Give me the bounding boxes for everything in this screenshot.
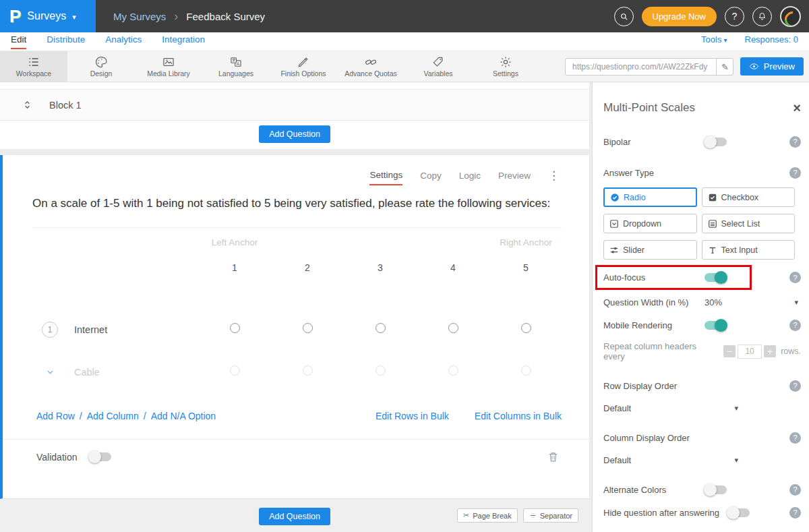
notifications-bell-icon[interactable]: [752, 7, 772, 26]
plus-icon[interactable]: +: [764, 345, 776, 357]
add-na-option-link[interactable]: Add N/A Option: [151, 411, 216, 421]
left-anchor-label[interactable]: Left Anchor: [198, 237, 271, 247]
column-display-order-select[interactable]: Default ▾: [603, 455, 738, 465]
question-tab-logic[interactable]: Logic: [459, 171, 481, 185]
question-tab-preview[interactable]: Preview: [498, 171, 531, 185]
auto-focus-toggle[interactable]: [705, 273, 727, 282]
survey-url-input[interactable]: [565, 58, 733, 76]
tool-variables[interactable]: Variables: [404, 51, 472, 82]
column-header[interactable]: 2: [271, 262, 344, 273]
collapse-block-icon[interactable]: [22, 99, 33, 111]
edit-rows-in-bulk-link[interactable]: Edit Rows in Bulk: [376, 411, 449, 421]
hide-after-answering-toggle[interactable]: [727, 508, 750, 517]
help-icon[interactable]: ?: [789, 380, 801, 392]
radio-option[interactable]: [230, 365, 240, 376]
bipolar-toggle[interactable]: [705, 138, 727, 146]
mobile-rendering-toggle[interactable]: [705, 321, 727, 330]
kebab-menu-icon[interactable]: ⋮: [548, 169, 560, 187]
tab-edit[interactable]: Edit: [11, 34, 26, 49]
help-icon[interactable]: ?: [725, 7, 744, 26]
page-break-button[interactable]: ✂ Page Break: [457, 508, 518, 523]
help-icon[interactable]: ?: [789, 507, 801, 519]
question-tab-copy[interactable]: Copy: [420, 171, 442, 185]
validation-label: Validation: [36, 452, 77, 463]
repeat-headers-input[interactable]: [738, 345, 762, 359]
validation-row: Validation: [3, 439, 589, 463]
column-header[interactable]: 5: [489, 262, 562, 273]
radio-option[interactable]: [376, 365, 386, 376]
preview-button[interactable]: Preview: [740, 57, 804, 76]
delete-question-trash-icon[interactable]: [547, 450, 560, 463]
answer-type-radio[interactable]: Radio: [603, 187, 697, 207]
tab-distribute[interactable]: Distribute: [47, 34, 85, 49]
answer-type-checkbox[interactable]: Checkbox: [702, 187, 796, 207]
tool-media-library[interactable]: Media Library: [135, 51, 202, 82]
alternate-colors-toggle[interactable]: [705, 485, 727, 494]
column-header[interactable]: 1: [198, 262, 271, 273]
help-icon[interactable]: ?: [789, 432, 801, 444]
validation-toggle[interactable]: [89, 452, 111, 461]
help-icon[interactable]: ?: [789, 484, 801, 496]
row-label[interactable]: Internet: [74, 324, 107, 335]
column-header[interactable]: 4: [417, 262, 489, 273]
question-tab-settings[interactable]: Settings: [369, 170, 402, 185]
upgrade-now-button[interactable]: Upgrade Now: [642, 7, 717, 26]
column-header[interactable]: 3: [344, 262, 417, 273]
surveys-menu[interactable]: P Surveys ▾: [0, 0, 96, 32]
radio-option[interactable]: [376, 323, 386, 333]
search-icon[interactable]: [614, 7, 634, 26]
tool-advance-quotas[interactable]: Advance Quotas: [337, 51, 404, 82]
slash-separator: /: [144, 411, 146, 421]
tab-integration[interactable]: Integration: [162, 34, 205, 49]
question-text[interactable]: On a scale of 1-5 with 1 being not satis…: [32, 195, 562, 228]
help-icon[interactable]: ?: [789, 320, 801, 331]
edit-columns-in-bulk-link[interactable]: Edit Columns in Bulk: [475, 411, 562, 421]
annotation-highlight-box: Auto-focus: [595, 265, 752, 290]
radio-option[interactable]: [521, 323, 531, 333]
column-headers-row: 1 2 3 4 5: [32, 262, 589, 273]
radio-option[interactable]: [303, 365, 313, 376]
add-question-button-bottom[interactable]: Add Question: [259, 508, 330, 525]
tools-menu[interactable]: Tools▾: [701, 34, 727, 45]
add-column-link[interactable]: Add Column: [87, 411, 139, 421]
topbar-actions: Upgrade Now ?: [614, 6, 809, 27]
radio-option[interactable]: [521, 365, 531, 376]
answer-type-dropdown[interactable]: Dropdown: [603, 214, 697, 233]
radio-option[interactable]: [448, 323, 458, 333]
row-display-order-value: Default: [603, 403, 631, 413]
help-icon[interactable]: ?: [789, 272, 801, 283]
tool-languages[interactable]: A Languages: [202, 51, 270, 82]
tab-analytics[interactable]: Analytics: [105, 34, 142, 49]
answer-type-text-input[interactable]: Text Input: [702, 240, 796, 260]
help-icon[interactable]: ?: [789, 136, 801, 148]
question-card-tabs: Settings Copy Logic Preview ⋮: [3, 155, 589, 187]
avatar[interactable]: [780, 6, 801, 27]
separator-button[interactable]: Separator: [523, 508, 578, 523]
chevron-down-icon: ▾: [734, 404, 738, 413]
row-label[interactable]: Cable: [74, 367, 100, 378]
add-row-link[interactable]: Add Row: [36, 411, 75, 421]
alternate-colors-row: Alternate Colors ?: [603, 483, 801, 496]
close-icon[interactable]: ×: [793, 101, 801, 115]
repeat-headers-suffix: rows.: [781, 347, 801, 356]
breadcrumb-my-surveys[interactable]: My Surveys: [113, 11, 166, 22]
right-anchor-label[interactable]: Right Anchor: [489, 237, 562, 247]
breadcrumb: My Surveys › Feedback Survey: [113, 9, 265, 24]
radio-option[interactable]: [230, 323, 240, 333]
tool-design[interactable]: Design: [67, 51, 135, 82]
minus-icon[interactable]: −: [723, 345, 736, 357]
help-icon[interactable]: ?: [789, 167, 801, 179]
responses-count[interactable]: Responses: 0: [745, 34, 799, 45]
chevron-down-icon[interactable]: [42, 366, 58, 378]
tool-finish-options[interactable]: Finish Options: [270, 51, 337, 82]
answer-type-slider[interactable]: Slider: [603, 240, 697, 260]
answer-type-select-list[interactable]: Select List: [702, 214, 796, 233]
radio-option[interactable]: [303, 323, 313, 333]
question-width-row[interactable]: Question Width (in %) 30% ▾: [603, 295, 801, 309]
radio-option[interactable]: [448, 365, 458, 376]
row-display-order-select[interactable]: Default ▾: [603, 403, 738, 413]
add-question-button-top[interactable]: Add Question: [259, 125, 330, 143]
pencil-icon[interactable]: ✎: [716, 58, 733, 76]
tool-workspace[interactable]: Workspace: [0, 51, 67, 82]
tool-settings[interactable]: Settings: [472, 51, 539, 82]
